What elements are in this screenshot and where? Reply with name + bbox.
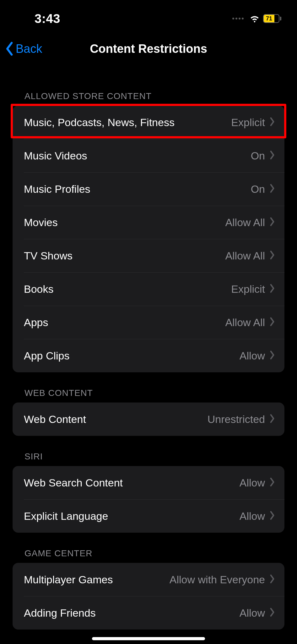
nav-bar: Back Content Restrictions [0,31,297,66]
chevron-right-icon [269,477,275,488]
back-label: Back [16,42,42,56]
chevron-right-icon [269,150,275,161]
row-label: App Clips [13,350,70,362]
row-tv-shows[interactable]: TV Shows Allow All [13,239,284,272]
row-label: TV Shows [13,250,73,262]
chevron-right-icon [269,317,275,328]
row-value: Allow All [225,250,265,262]
page-title: Content Restrictions [90,42,207,56]
row-value: Allow with Everyone [170,574,265,586]
section-header-allowed-store-content: ALLOWED STORE CONTENT [0,66,297,106]
row-value: Allow All [225,216,265,229]
section-header-game-center: GAME CENTER [0,533,297,563]
chevron-right-icon [269,414,275,425]
status-right: 71 [232,13,281,25]
row-label: Books [13,283,54,295]
back-button[interactable]: Back [5,42,42,56]
chevron-right-icon [269,350,275,361]
row-adding-friends[interactable]: Adding Friends Allow [13,596,284,630]
battery-indicator: 71 [263,14,281,23]
chevron-right-icon [269,217,275,228]
row-app-clips[interactable]: App Clips Allow [13,339,284,372]
home-indicator[interactable] [92,637,205,640]
row-value: On [251,183,265,195]
status-time: 3:43 [35,12,60,26]
row-label: Adding Friends [13,607,96,619]
row-books[interactable]: Books Explicit [13,272,284,306]
row-value: Explicit [231,283,265,295]
row-web-content[interactable]: Web Content Unrestricted [13,402,284,436]
status-bar: 3:43 71 [0,0,297,31]
row-web-search-content[interactable]: Web Search Content Allow [13,466,284,499]
row-explicit-language[interactable]: Explicit Language Allow [13,499,284,533]
row-label: Music, Podcasts, News, Fitness [13,116,175,129]
row-music-podcasts-news-fitness[interactable]: Music, Podcasts, News, Fitness Explicit [13,106,284,139]
group-allowed-store-content: Music, Podcasts, News, Fitness Explicit … [13,106,284,372]
row-label: Explicit Language [13,510,108,522]
row-label: Music Profiles [13,183,90,195]
section-header-web-content: WEB CONTENT [0,372,297,402]
row-movies[interactable]: Movies Allow All [13,206,284,239]
wifi-icon [249,13,260,25]
chevron-right-icon [269,608,275,618]
content: ALLOWED STORE CONTENT Music, Podcasts, N… [0,66,297,630]
row-value: Explicit [231,116,265,129]
group-web-content: Web Content Unrestricted [13,402,284,436]
row-label: Movies [13,216,58,229]
battery-level: 71 [264,15,274,22]
chevron-right-icon [269,574,275,585]
group-game-center: Multiplayer Games Allow with Everyone Ad… [13,563,284,630]
group-siri: Web Search Content Allow Explicit Langua… [13,466,284,533]
chevron-right-icon [269,117,275,128]
row-music-profiles[interactable]: Music Profiles On [13,172,284,206]
row-label: Multiplayer Games [13,574,113,586]
row-value: On [251,150,265,162]
row-apps[interactable]: Apps Allow All [13,306,284,339]
section-header-siri: SIRI [0,436,297,466]
row-label: Music Videos [13,150,87,162]
row-label: Web Search Content [13,477,123,489]
row-music-videos[interactable]: Music Videos On [13,139,284,172]
row-value: Allow All [225,316,265,329]
row-value: Allow [240,607,265,619]
chevron-right-icon [269,511,275,521]
row-label: Apps [13,316,48,329]
row-label: Web Content [13,413,86,425]
chevron-right-icon [269,250,275,261]
row-value: Allow [240,350,265,362]
chevron-left-icon [5,42,14,56]
chevron-right-icon [269,184,275,194]
row-multiplayer-games[interactable]: Multiplayer Games Allow with Everyone [13,563,284,596]
row-value: Unrestricted [208,413,265,425]
chevron-right-icon [269,284,275,294]
row-value: Allow [240,477,265,489]
cellular-dots-icon [232,18,244,19]
row-value: Allow [240,510,265,522]
